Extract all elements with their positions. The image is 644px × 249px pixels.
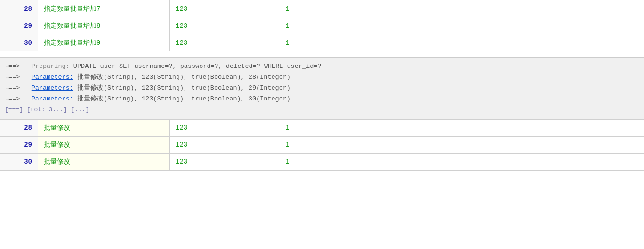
log-params-line-2: -==> Parameters: 批量修改(String), 123(Strin…	[5, 94, 639, 105]
table-row: 28 指定数量批量增加7 123 1	[0, 0, 644, 17]
log-panel: -==> Preparing: UPDATE user SET username…	[0, 57, 644, 119]
cell-extra	[311, 136, 644, 153]
cell-id: 30	[0, 153, 38, 170]
log-params-line-1: -==> Parameters: 批量修改(String), 123(Strin…	[5, 83, 639, 94]
log-preparing-keyword: Preparing:	[24, 63, 73, 70]
cell-id: 28	[0, 0, 38, 17]
cell-status: 1	[264, 119, 311, 136]
cell-id: 29	[0, 17, 38, 34]
table-row: 30 批量修改 123 1	[0, 153, 644, 170]
cell-pass: 123	[170, 17, 264, 34]
cell-pass: 123	[170, 119, 264, 136]
log-params-kw-1	[24, 84, 28, 91]
log-arrow-1: -==>	[5, 74, 20, 81]
top-table: 28 指定数量批量增加7 123 1 29 指定数量批量增加8 123 1 30…	[0, 0, 644, 57]
log-params-kw-0	[24, 74, 28, 81]
log-params-text-2: 批量修改(String), 123(String), true(Boolean)…	[77, 95, 290, 102]
log-params-link-1[interactable]: Parameters:	[32, 84, 73, 91]
bottom-table: 28 批量修改 123 1 29 批量修改 123 1 30 批量修改 123 …	[0, 119, 644, 171]
cell-extra	[311, 119, 644, 136]
cell-extra	[311, 17, 644, 34]
log-arrow-3: -==>	[5, 95, 20, 102]
cell-pass: 123	[170, 0, 264, 17]
cell-status: 1	[264, 17, 311, 34]
log-arrow-2: -==>	[5, 84, 20, 91]
cell-id: 29	[0, 136, 38, 153]
cell-pass: 123	[170, 153, 264, 170]
log-preparing-text: UPDATE user SET username=?, password=?, …	[73, 63, 322, 70]
cell-extra	[311, 0, 644, 17]
table-row: 29 指定数量批量增加8 123 1	[0, 17, 644, 34]
cell-status: 1	[264, 34, 311, 51]
log-params-link-0[interactable]: Parameters:	[32, 74, 73, 81]
log-params-link-2[interactable]: Parameters:	[32, 95, 73, 102]
table-row: 30 指定数量批量增加9 123 1	[0, 34, 644, 51]
cell-status: 1	[264, 153, 311, 170]
table-row: 28 批量修改 123 1	[0, 119, 644, 136]
cell-pass: 123	[170, 34, 264, 51]
log-params-text-1: 批量修改(String), 123(String), true(Boolean)…	[77, 84, 290, 91]
cell-name: 批量修改	[38, 153, 170, 170]
cell-name: 批量修改	[38, 119, 170, 136]
table-row: 29 批量修改 123 1	[0, 136, 644, 153]
log-params-kw-2	[24, 95, 28, 102]
cell-status: 1	[264, 136, 311, 153]
cell-name: 批量修改	[38, 136, 170, 153]
cell-id: 28	[0, 119, 38, 136]
log-truncated-line: [===] [tot: 3...] [...]	[5, 105, 639, 115]
cell-name: 指定数量批量增加9	[38, 34, 170, 51]
log-preparing-line: -==> Preparing: UPDATE user SET username…	[5, 61, 639, 72]
cell-extra	[311, 153, 644, 170]
cell-id: 30	[0, 34, 38, 51]
cell-name: 指定数量批量增加8	[38, 17, 170, 34]
cell-name: 指定数量批量增加7	[38, 0, 170, 17]
log-arrow-0: -==>	[5, 63, 20, 70]
log-params-line-0: -==> Parameters: 批量修改(String), 123(Strin…	[5, 72, 639, 83]
cell-status: 1	[264, 0, 311, 17]
log-params-text-0: 批量修改(String), 123(String), true(Boolean)…	[77, 74, 290, 81]
cell-extra	[311, 34, 644, 51]
cell-pass: 123	[170, 136, 264, 153]
